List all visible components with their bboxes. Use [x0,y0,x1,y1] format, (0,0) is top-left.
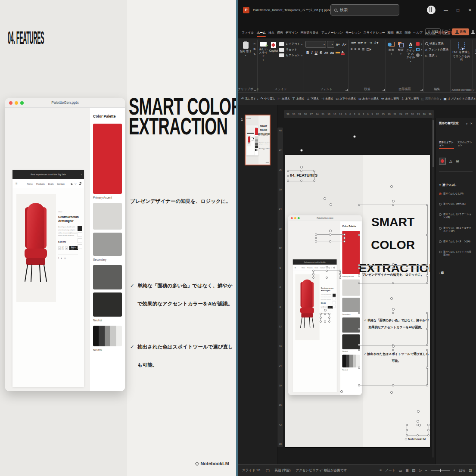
tab-デザイン[interactable]: デザイン [284,28,299,38]
tab-アニメーション[interactable]: アニメーション [320,28,344,38]
canvas-slide[interactable]: 04. FEATURES PalettteGen.pptx Real exper… [285,155,430,447]
tab-表示[interactable]: 表示 [395,28,404,38]
add-to-cart-button[interactable]: Add to cart [69,246,78,250]
heart-icon[interactable]: ♡ [75,183,77,185]
copy-button[interactable]: ⧉ [254,47,256,51]
highlight-color-button[interactable] [336,52,340,53]
vertical-ruler[interactable]: 4842363024181260612182430364248 [277,128,283,447]
comments-button[interactable] [442,29,450,35]
heart-icon[interactable]: ♡ [331,267,332,269]
zoom-in-icon[interactable]: + [453,468,455,473]
social-icon[interactable]: f [58,257,59,259]
find-replace-button[interactable]: 検索と置換 [425,42,449,46]
tab-ヘルプ[interactable]: ヘルプ [412,28,424,38]
qat-オブジェクトの選択と表示[interactable]: ▣オブジェクトの選択と表示 [442,96,476,102]
replace-fonts-button[interactable]: Aフォントの置換 [425,48,449,52]
record-button[interactable]: 記録 [425,28,441,35]
palette-swatch[interactable] [93,265,122,289]
accessibility-status[interactable]: アクセシビリティ: 検証が必要です [296,468,347,473]
social-icon[interactable]: ◎ [64,257,66,259]
char-spacing-button[interactable]: AV [324,51,329,54]
shrink-font-button[interactable]: A˅ [342,43,347,46]
fill-line-icon[interactable] [439,158,446,165]
palette-swatch[interactable] [342,298,360,312]
editor-canvas[interactable]: 04. FEATURES PalettteGen.pptx Real exper… [284,118,435,457]
thumbnail[interactable] [333,301,336,304]
palette-swatch[interactable] [342,231,360,274]
user-avatar[interactable] [427,6,436,14]
thumbnail[interactable] [333,297,336,300]
bullets-button[interactable]: ≔▾ [350,41,356,45]
font-name-combo[interactable] [305,41,326,48]
select-button[interactable]: ▷選択▾ [425,54,449,58]
vertical-scrollbar[interactable] [432,118,434,457]
underline-button[interactable]: U [314,50,319,55]
tab-描画[interactable]: 描画 [276,28,284,38]
palette-swatch[interactable] [93,233,122,256]
reset-button[interactable]: リセット [279,48,302,52]
create-pdf-button[interactable]: PDF を作成し てリンクを共有 [452,41,471,86]
arrange-button[interactable]: 配置▾ [397,41,405,86]
social-icon[interactable]: ◎ [324,313,325,314]
display-icon[interactable]: 🖵 [266,468,269,473]
bag-icon[interactable] [333,267,335,268]
reading-view-icon[interactable]: ▤ [412,468,415,473]
fit-to-window-icon[interactable]: ⊡ [469,468,472,473]
fill-option[interactable]: 塗りつぶし (パターン)(A) [439,240,473,243]
powerpoint-app-icon[interactable]: P [243,7,249,13]
maximize-button[interactable]: □ [452,0,464,20]
palette-swatch[interactable] [342,334,360,349]
language-indicator[interactable]: 英語 (米国) [274,468,290,473]
align-left-button[interactable]: ≡ [350,47,353,51]
qat-上下中央揃え[interactable]: ⊟上下中央揃え [335,96,357,102]
increase-indent-button[interactable]: ⇥ [369,41,373,45]
nav-item[interactable]: Deals [48,183,54,185]
palette-swatch[interactable] [93,203,122,230]
bag-icon[interactable] [254,134,254,134]
effects-icon[interactable]: △ [449,159,452,163]
nav-item[interactable]: Home [27,183,33,185]
tab-挿入[interactable]: 挿入 [267,28,276,38]
nav-item[interactable]: Contact [57,183,64,185]
nav-item[interactable]: Contact [252,134,252,134]
shape-effects-button[interactable]: ▾ [416,53,422,57]
grow-font-button[interactable]: A˄ [335,43,341,46]
shape-outline-button[interactable]: ▾ [416,48,422,51]
thumbnail[interactable] [253,140,254,141]
social-icon[interactable]: ♥ [61,257,62,259]
palette-swatch[interactable] [93,326,122,346]
qty-minus-button[interactable]: – [321,306,323,308]
hamburger-icon[interactable]: ≡ [16,182,18,186]
fill-option[interactable]: 塗りつぶし (スライドの背景)(B) [439,250,473,256]
palette-swatch[interactable] [255,145,258,148]
nav-item[interactable]: Products [249,134,250,134]
nav-item[interactable]: Deals [314,267,318,269]
slideshow-icon[interactable]: ▷ [419,468,422,473]
rotate-handle[interactable] [353,135,356,138]
chevron-right-icon[interactable]: › [81,173,82,176]
section-button[interactable]: セクション▾ [279,53,302,57]
zoom-out-icon[interactable]: − [425,468,427,473]
zoom-level[interactable]: 32% [459,469,465,473]
slide-thumbnail[interactable]: 04. FEATURES PalettteGen.pptx Real exper… [245,115,271,165]
share-button[interactable]: 共有 [452,28,469,35]
fill-section-header[interactable]: ∨塗りつぶし [439,183,473,187]
qty-plus-button[interactable]: + [65,246,68,250]
tab-画面切り替え[interactable]: 画面切り替え [299,28,320,38]
add-to-cart-button[interactable]: Add to cart [328,306,333,308]
fill-option[interactable]: 塗りつぶしなし(N) [439,192,473,195]
presence-icon[interactable] [471,30,474,34]
decrease-indent-button[interactable]: ⇤ [364,41,368,45]
paste-button[interactable]: 貼り付け▾ [239,41,252,86]
qat-左揃え[interactable]: ⊢左揃え [277,96,291,102]
tab-モーション[interactable]: モーション [344,28,362,38]
qat-やり直し[interactable]: ↷やり直し [260,96,277,102]
justify-button[interactable]: ≣ [361,47,365,51]
font-color-button[interactable]: A [341,50,345,55]
nav-item[interactable]: Home [248,134,249,134]
copilot-button[interactable]: Copilot [269,41,278,86]
strikethrough-button[interactable]: S [319,50,323,55]
dictate-button[interactable]: ディクテー ション▾ [474,41,476,86]
palette-swatch[interactable] [93,292,122,317]
tab-スライドショー[interactable]: スライドショー [362,28,386,38]
